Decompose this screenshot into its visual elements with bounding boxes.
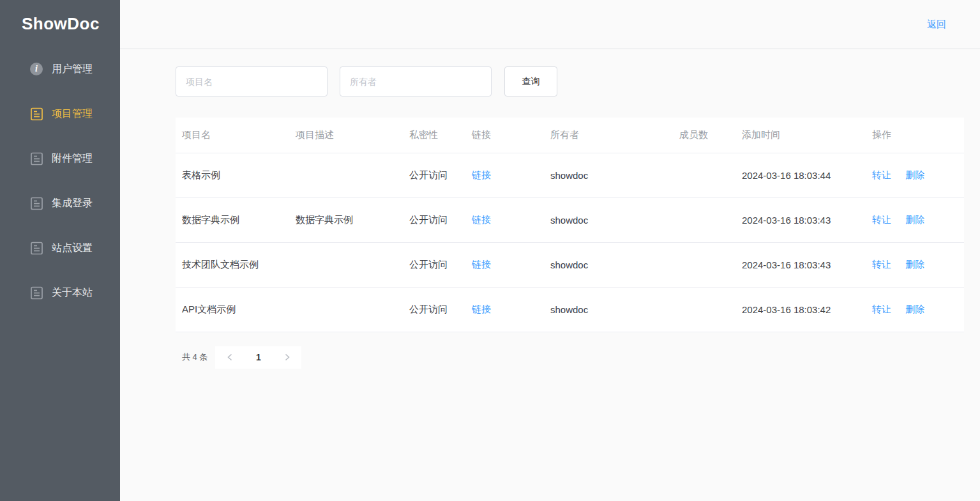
cell-added-time: 2024-03-16 18:03:44 [735, 153, 866, 197]
sidebar-item-label: 附件管理 [52, 152, 93, 166]
chevron-right-icon [284, 353, 290, 361]
sidebar: ShowDoc i 用户管理 项目管理 附件管理 [0, 0, 120, 501]
column-header-added-time: 添加时间 [735, 118, 866, 153]
table-row: 技术团队文档示例 公开访问 链接 showdoc 2024-03-16 18:0… [176, 242, 964, 287]
cell-project-name: 技术团队文档示例 [176, 242, 289, 287]
cell-project-name: 表格示例 [176, 153, 289, 197]
filter-bar: 查询 [176, 66, 964, 96]
table-row: API文档示例 公开访问 链接 showdoc 2024-03-16 18:03… [176, 287, 964, 332]
cell-owner: showdoc [544, 242, 673, 287]
page-number-1[interactable]: 1 [244, 346, 273, 369]
transfer-link[interactable]: 转让 [872, 259, 891, 270]
column-header-project-name: 项目名 [176, 118, 289, 153]
sidebar-item-label: 集成登录 [52, 197, 93, 210]
cell-owner: showdoc [544, 153, 673, 197]
column-header-actions: 操作 [866, 118, 964, 153]
cell-privacy: 公开访问 [403, 197, 465, 242]
owner-input[interactable] [340, 66, 492, 96]
project-link[interactable]: 链接 [472, 259, 491, 270]
prev-page-button[interactable] [215, 346, 244, 369]
sidebar-item-label: 站点设置 [52, 242, 93, 255]
sidebar-item-project-management[interactable]: 项目管理 [0, 91, 120, 136]
cell-privacy: 公开访问 [403, 287, 465, 332]
cell-members [673, 242, 735, 287]
column-header-link: 链接 [465, 118, 544, 153]
column-header-description: 项目描述 [289, 118, 403, 153]
info-icon: i [29, 62, 43, 76]
chevron-left-icon [227, 353, 233, 361]
cell-description [289, 287, 403, 332]
delete-link[interactable]: 删除 [905, 214, 924, 225]
table-header-row: 项目名 项目描述 私密性 链接 所有者 成员数 添加时间 操作 [176, 118, 964, 153]
pager: 1 [215, 346, 301, 369]
table-row: 表格示例 公开访问 链接 showdoc 2024-03-16 18:03:44… [176, 153, 964, 197]
column-header-owner: 所有者 [544, 118, 673, 153]
column-header-members: 成员数 [673, 118, 735, 153]
cell-project-name: API文档示例 [176, 287, 289, 332]
document-icon [29, 151, 43, 166]
cell-members [673, 197, 735, 242]
transfer-link[interactable]: 转让 [872, 169, 891, 180]
main-panel: 返回 查询 项目名 项目描述 [120, 0, 980, 501]
document-icon [29, 196, 43, 210]
document-icon [29, 241, 43, 255]
cell-added-time: 2024-03-16 18:03:43 [735, 242, 866, 287]
cell-description [289, 153, 403, 197]
pagination: 共 4 条 1 [176, 346, 964, 369]
sidebar-item-label: 关于本站 [52, 286, 93, 300]
document-icon [29, 286, 43, 300]
project-link[interactable]: 链接 [472, 169, 491, 180]
document-icon [29, 107, 43, 121]
next-page-button[interactable] [273, 346, 301, 369]
sidebar-item-integrated-login[interactable]: 集成登录 [0, 181, 120, 226]
sidebar-menu: i 用户管理 项目管理 附件管理 集成登录 [0, 47, 120, 315]
pagination-total: 共 4 条 [182, 351, 207, 363]
cell-added-time: 2024-03-16 18:03:43 [735, 197, 866, 242]
cell-owner: showdoc [544, 287, 673, 332]
cell-privacy: 公开访问 [403, 153, 465, 197]
delete-link[interactable]: 删除 [905, 169, 924, 180]
project-name-input[interactable] [176, 66, 328, 96]
sidebar-item-label: 用户管理 [52, 63, 93, 76]
sidebar-item-about-site[interactable]: 关于本站 [0, 270, 120, 315]
transfer-link[interactable]: 转让 [872, 304, 891, 314]
project-link[interactable]: 链接 [472, 304, 491, 314]
cell-members [673, 153, 735, 197]
sidebar-item-attachment-management[interactable]: 附件管理 [0, 136, 120, 181]
cell-added-time: 2024-03-16 18:03:42 [735, 287, 866, 332]
app-logo: ShowDoc [0, 0, 120, 34]
top-bar: 返回 [120, 0, 980, 49]
delete-link[interactable]: 删除 [905, 304, 924, 314]
transfer-link[interactable]: 转让 [872, 214, 891, 225]
cell-description: 数据字典示例 [289, 197, 403, 242]
projects-table: 项目名 项目描述 私密性 链接 所有者 成员数 添加时间 操作 表格示例 [176, 118, 964, 332]
content-area: 查询 项目名 项目描述 私密性 链接 所有者 [120, 49, 980, 369]
table-row: 数据字典示例 数据字典示例 公开访问 链接 showdoc 2024-03-16… [176, 197, 964, 242]
search-button[interactable]: 查询 [504, 66, 557, 96]
cell-privacy: 公开访问 [403, 242, 465, 287]
column-header-privacy: 私密性 [403, 118, 465, 153]
sidebar-item-user-management[interactable]: i 用户管理 [0, 47, 120, 91]
sidebar-item-label: 项目管理 [52, 107, 93, 121]
showdoc-admin-app: ShowDoc i 用户管理 项目管理 附件管理 [0, 0, 980, 501]
cell-owner: showdoc [544, 197, 673, 242]
cell-members [673, 287, 735, 332]
cell-description [289, 242, 403, 287]
sidebar-item-site-settings[interactable]: 站点设置 [0, 226, 120, 270]
cell-project-name: 数据字典示例 [176, 197, 289, 242]
project-link[interactable]: 链接 [472, 214, 491, 225]
delete-link[interactable]: 删除 [905, 259, 924, 270]
back-link[interactable]: 返回 [927, 19, 946, 31]
